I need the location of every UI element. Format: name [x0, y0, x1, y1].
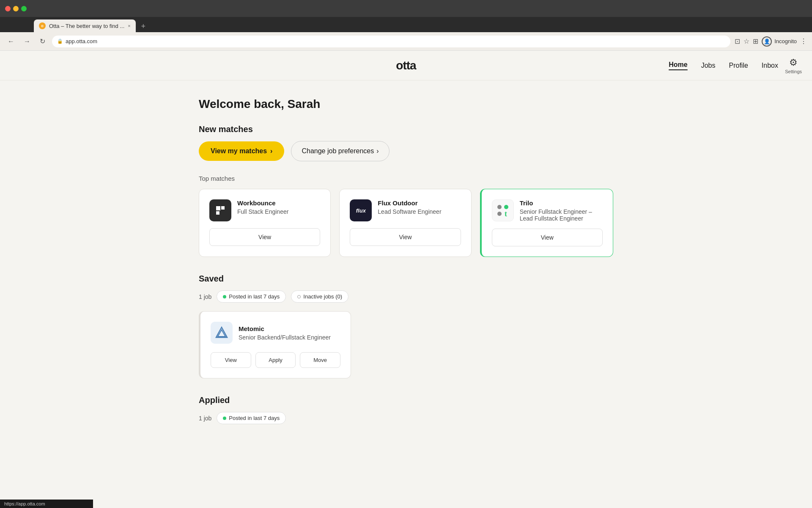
tab-close-button[interactable]: × — [128, 23, 130, 28]
job-info: Flux Outdoor Lead Software Engineer — [378, 199, 461, 215]
nav-home[interactable]: Home — [669, 61, 687, 70]
job-card-header: Workbounce Full Stack Engineer — [209, 199, 320, 221]
address-bar: ← → ↻ 🔒 app.otta.com ⊡ ☆ ⊞ 👤 Incognito ⋮ — [0, 32, 812, 51]
traffic-lights — [5, 6, 27, 11]
screen-mirror-icon[interactable]: ⊡ — [735, 37, 740, 45]
svg-text:t: t — [505, 210, 507, 218]
change-preferences-button[interactable]: Change job preferences › — [291, 141, 389, 161]
status-bar: https://app.otta.com — [0, 500, 93, 508]
maximize-window-button[interactable] — [21, 6, 27, 11]
reload-button[interactable]: ↻ — [37, 36, 48, 47]
job-title: Lead Software Engineer — [378, 208, 461, 215]
tab-title: Otta – The better way to find ... — [49, 23, 124, 29]
new-tab-button[interactable]: + — [137, 20, 149, 32]
saved-card-header: Metomic Senior Backend/Fullstack Enginee… — [211, 322, 340, 344]
chevron-right-icon: › — [270, 147, 272, 155]
job-card-header: flux Flux Outdoor Lead Software Engineer — [350, 199, 461, 221]
active-dot — [223, 417, 226, 420]
inactive-dot — [297, 295, 301, 298]
saved-job-card: Metomic Senior Backend/Fullstack Enginee… — [199, 311, 351, 378]
inactive-filter-button[interactable]: Inactive jobs (0) — [291, 290, 348, 303]
nav-jobs[interactable]: Jobs — [701, 62, 716, 69]
view-job-button[interactable]: View — [492, 229, 603, 246]
job-card-trilo: t Trilo Senior Fullstack Engineer – Lead… — [480, 189, 613, 257]
back-button[interactable]: ← — [5, 36, 17, 47]
filter-row: 1 job Posted in last 7 days Inactive job… — [199, 290, 613, 303]
settings-button[interactable]: ⚙ Settings — [785, 57, 802, 74]
svg-point-6 — [497, 212, 502, 216]
flux-logo-text: flux — [356, 207, 366, 214]
saved-job-count: 1 job — [199, 293, 211, 300]
apply-button[interactable]: Apply — [255, 352, 296, 368]
active-tab[interactable]: o Otta – The better way to find ... × — [34, 19, 136, 32]
menu-button[interactable]: ⋮ — [800, 37, 807, 45]
applied-filter-row: 1 job Posted in last 7 days — [199, 412, 613, 424]
trilo-logo: t — [492, 199, 514, 221]
split-view-icon[interactable]: ⊞ — [753, 37, 758, 45]
job-info: Workbounce Full Stack Engineer — [237, 199, 320, 215]
view-matches-label: View my matches — [211, 147, 267, 155]
address-actions: ⊡ ☆ ⊞ 👤 Incognito ⋮ — [735, 36, 807, 47]
job-card-header: t Trilo Senior Fullstack Engineer – Lead… — [492, 199, 603, 222]
nav-inbox[interactable]: Inbox — [762, 62, 778, 69]
tab-bar: o Otta – The better way to find ... × + — [0, 17, 812, 32]
inactive-filter-label: Inactive jobs (0) — [303, 293, 342, 300]
applied-title: Applied — [199, 395, 613, 405]
applied-posted-filter[interactable]: Posted in last 7 days — [217, 412, 286, 424]
otta-logo: otta — [396, 59, 416, 72]
flux-logo: flux — [350, 199, 372, 221]
svg-point-4 — [497, 205, 502, 209]
svg-rect-1 — [216, 206, 220, 210]
forward-button[interactable]: → — [21, 36, 33, 47]
status-url: https://app.otta.com — [4, 501, 45, 506]
company-name: Flux Outdoor — [378, 199, 461, 207]
settings-label: Settings — [785, 69, 802, 74]
applied-job-count: 1 job — [199, 415, 211, 422]
nav-profile[interactable]: Profile — [729, 62, 748, 69]
move-button[interactable]: Move — [300, 352, 340, 368]
posted-filter-label: Posted in last 7 days — [229, 293, 280, 300]
incognito-button[interactable]: 👤 Incognito — [762, 36, 797, 47]
minimize-window-button[interactable] — [13, 6, 19, 11]
job-title: Senior Fullstack Engineer – Lead Fullsta… — [520, 208, 603, 222]
company-name: Metomic — [239, 325, 340, 332]
bookmark-icon[interactable]: ☆ — [743, 37, 749, 45]
posted-filter-button[interactable]: Posted in last 7 days — [217, 290, 286, 303]
job-title: Full Stack Engineer — [237, 208, 320, 215]
new-matches-title: New matches — [199, 124, 613, 134]
job-card-flux: flux Flux Outdoor Lead Software Engineer… — [339, 189, 471, 257]
chevron-right-icon: › — [376, 147, 379, 155]
close-window-button[interactable] — [5, 6, 11, 11]
active-dot — [223, 295, 226, 298]
company-name: Workbounce — [237, 199, 320, 207]
saved-section: Saved 1 job Posted in last 7 days Inacti… — [199, 274, 613, 378]
job-card-workbounce: Workbounce Full Stack Engineer View — [199, 189, 331, 257]
change-prefs-label: Change job preferences — [302, 147, 374, 155]
user-avatar: 👤 — [762, 36, 772, 47]
applied-filter-label: Posted in last 7 days — [229, 415, 280, 421]
address-text: app.otta.com — [66, 38, 97, 44]
workbounce-logo — [209, 199, 231, 221]
top-matches-row: Workbounce Full Stack Engineer View flux… — [199, 189, 613, 257]
company-name: Trilo — [520, 199, 603, 207]
view-matches-button[interactable]: View my matches › — [199, 141, 284, 161]
lock-icon: 🔒 — [57, 39, 63, 44]
metomic-logo — [211, 322, 233, 344]
action-buttons: View my matches › Change job preferences… — [199, 141, 613, 161]
address-input[interactable]: 🔒 app.otta.com — [52, 36, 730, 47]
gear-icon: ⚙ — [789, 57, 798, 68]
tab-favicon: o — [39, 22, 46, 29]
app-header: otta Home Jobs Profile Inbox ⚙ Settings — [0, 51, 812, 80]
view-job-button[interactable]: View — [209, 228, 320, 246]
svg-point-5 — [504, 205, 508, 209]
main-nav: Home Jobs Profile Inbox — [669, 61, 778, 70]
saved-actions: View Apply Move — [211, 352, 340, 368]
applied-section: Applied 1 job Posted in last 7 days — [199, 395, 613, 424]
saved-title: Saved — [199, 274, 613, 284]
top-matches-label: Top matches — [199, 175, 613, 182]
view-job-button[interactable]: View — [350, 228, 461, 246]
view-saved-button[interactable]: View — [211, 352, 251, 368]
job-title: Senior Backend/Fullstack Engineer — [239, 334, 340, 341]
svg-rect-2 — [221, 206, 225, 210]
welcome-title: Welcome back, Sarah — [199, 97, 613, 111]
